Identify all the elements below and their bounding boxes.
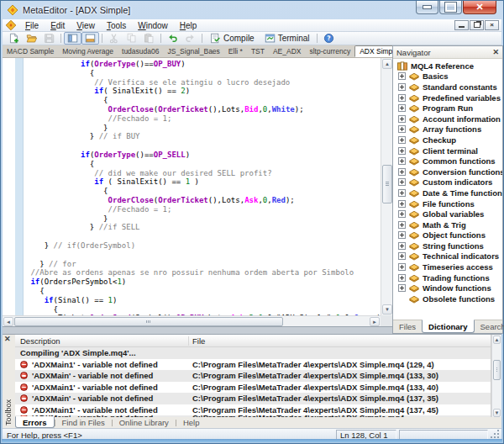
scroll-up-arrow[interactable]: ▲ (382, 59, 392, 69)
tree-item-array-functions[interactable]: Array functions (393, 124, 502, 135)
tree-item-window-functions[interactable]: Window functions (393, 283, 502, 293)
error-row[interactable]: 'ADXMain1' - variable not definedC:\Prog… (15, 359, 491, 371)
tree-item-technical-indicators[interactable]: Technical indicators (393, 251, 502, 262)
tab-js-signal-baes[interactable]: JS_Signal_Baes (163, 45, 223, 57)
expand-plus-icon[interactable] (398, 168, 406, 176)
undo-button[interactable] (164, 32, 181, 45)
nav-tab-files[interactable]: Files (393, 320, 422, 333)
tab-moving-average[interactable]: Moving Average (58, 45, 118, 57)
open-file-button[interactable] (23, 32, 40, 45)
expand-plus-icon[interactable] (398, 115, 406, 123)
expand-plus-icon[interactable] (398, 221, 406, 229)
menu-item-help[interactable]: Help (174, 20, 203, 31)
tree-item-object-functions[interactable]: Object functions (393, 230, 502, 241)
menu-item-edit[interactable]: Edit (45, 20, 71, 31)
expand-plus-icon[interactable] (398, 231, 406, 239)
nav-tab-dictionary[interactable]: Dictionary (422, 320, 474, 333)
tree-item-client-terminal[interactable]: Client terminal (393, 145, 502, 156)
editor-vertical-scrollbar[interactable]: ▲ ▼ (381, 58, 392, 315)
tab-ae-adx[interactable]: AE_ADX (269, 45, 306, 57)
error-row[interactable]: Compiling 'ADX Simple.mq4'... (15, 347, 491, 359)
maximize-button[interactable] (439, 1, 462, 14)
tree-item-timeseries-access[interactable]: Timeseries access (393, 262, 502, 272)
redo-button[interactable] (181, 32, 199, 45)
error-row[interactable]: 'ADXMain' - variable not definedC:\Progr… (15, 393, 491, 404)
toolbox-tab-find-in-files[interactable]: Find in Files (55, 417, 112, 428)
mdi-close-button[interactable]: × (485, 20, 499, 30)
expand-plus-icon[interactable] (398, 157, 406, 165)
nav-tab-search[interactable]: Search (475, 320, 504, 333)
tree-item-obsolete-functions[interactable]: Obsolete functions (393, 293, 502, 304)
code-editor[interactable]: if(OrderType()==OP_BUY) { // Verifica se… (3, 58, 381, 315)
error-row[interactable]: 'ADXMain1' - variable not definedC:\Prog… (15, 382, 491, 394)
toolbox-close-icon[interactable]: ✕ (4, 336, 11, 343)
tree-item-math-trig[interactable]: Math & Trig (393, 219, 502, 230)
expand-plus-icon[interactable] (398, 136, 406, 144)
menu-item-tools[interactable]: Tools (101, 20, 132, 31)
tree-item-common-functions[interactable]: Common functions (393, 156, 502, 166)
help-button[interactable]: ? (320, 32, 338, 45)
mdi-minimize-button[interactable] (454, 20, 469, 30)
tree-item-string-functions[interactable]: String functions (393, 240, 502, 251)
toggle-navigator-button[interactable] (64, 32, 81, 45)
cut-button[interactable] (105, 32, 123, 45)
tree-item-checkup[interactable]: Checkup (393, 135, 502, 145)
expand-plus-icon[interactable] (398, 125, 406, 133)
tab-adx-simple[interactable]: ADX Simple (354, 45, 392, 57)
vertical-scroll-thumb[interactable] (493, 360, 501, 380)
column-header-file[interactable]: File (189, 336, 491, 346)
column-header-description[interactable]: Description (15, 336, 189, 346)
expand-plus-icon[interactable] (398, 210, 406, 218)
tree-item-predefined-variables[interactable]: Predefined variables (393, 92, 502, 103)
scroll-right-arrow[interactable]: ► (370, 317, 380, 326)
toggle-toolbox-button[interactable] (81, 32, 99, 45)
scroll-down-arrow[interactable]: ▼ (382, 304, 392, 314)
expand-plus-icon[interactable] (398, 94, 406, 102)
tree-item-basics[interactable]: Basics (393, 71, 502, 82)
minimize-button[interactable] (416, 1, 438, 14)
horizontal-scroll-thumb[interactable] (14, 317, 283, 326)
menu-item-file[interactable]: File (19, 20, 45, 31)
terminal-button[interactable]: Terminal (260, 32, 315, 45)
error-row[interactable]: 'ADXMain' - variable not definedC:\Progr… (15, 370, 491, 382)
tab-macd-sample[interactable]: MACD Sample (3, 45, 58, 57)
menu-item-window[interactable]: Window (132, 20, 174, 31)
tree-item-file-functions[interactable]: File functions (393, 198, 502, 209)
new-file-button[interactable] (5, 32, 23, 45)
close-button[interactable]: ✕ (463, 1, 496, 14)
tree-item-global-variables[interactable]: Global variables (393, 209, 502, 219)
editor-horizontal-scrollbar[interactable]: ◄ ► (3, 315, 381, 326)
scroll-up-arrow[interactable]: ▲ (493, 336, 501, 344)
expand-plus-icon[interactable] (398, 83, 406, 91)
tree-item-account-information[interactable]: Account information (393, 114, 502, 124)
tree-item-custom-indicators[interactable]: Custom indicators (393, 177, 502, 188)
tree-item-date-time-functions[interactable]: Date & Time functions (393, 188, 502, 198)
expand-plus-icon[interactable] (398, 274, 406, 282)
tree-item-conversion-functions[interactable]: Conversion functions (393, 166, 502, 177)
compile-button[interactable]: Compile (205, 32, 260, 45)
error-list-scrollbar[interactable]: ▲ ▼ (491, 335, 501, 418)
error-row[interactable]: 'ADXMain1' - variable not definedC:\Prog… (15, 404, 491, 416)
navigator-close-icon[interactable]: ✕ (492, 49, 499, 56)
expand-plus-icon[interactable] (398, 72, 406, 80)
vertical-scroll-thumb[interactable] (382, 165, 392, 204)
tab-tst[interactable]: TST (247, 45, 269, 57)
toolbox-tab-online-library[interactable]: Online Library (113, 417, 176, 428)
tree-item-program-run[interactable]: Program Run (393, 103, 502, 114)
expand-plus-icon[interactable] (398, 200, 406, 208)
expand-plus-icon[interactable] (398, 104, 406, 112)
copy-button[interactable] (123, 32, 140, 45)
toolbox-tab-help[interactable]: Help (176, 417, 207, 428)
tree-item-standard-constants[interactable]: Standard constants (393, 82, 502, 92)
expand-plus-icon[interactable] (398, 284, 406, 292)
expand-plus-icon[interactable] (398, 242, 406, 250)
expand-plus-icon[interactable] (398, 263, 406, 271)
expand-plus-icon[interactable] (398, 178, 406, 186)
scroll-left-arrow[interactable]: ◄ (3, 317, 13, 326)
document-icon[interactable] (5, 20, 17, 30)
tab-sltp-currency[interactable]: sltp-currency (305, 45, 354, 57)
expand-plus-icon[interactable] (398, 189, 406, 197)
expand-plus-icon[interactable] (398, 252, 406, 260)
editor-toolbox-splitter[interactable] (3, 326, 392, 334)
mdi-restore-button[interactable] (470, 20, 484, 30)
